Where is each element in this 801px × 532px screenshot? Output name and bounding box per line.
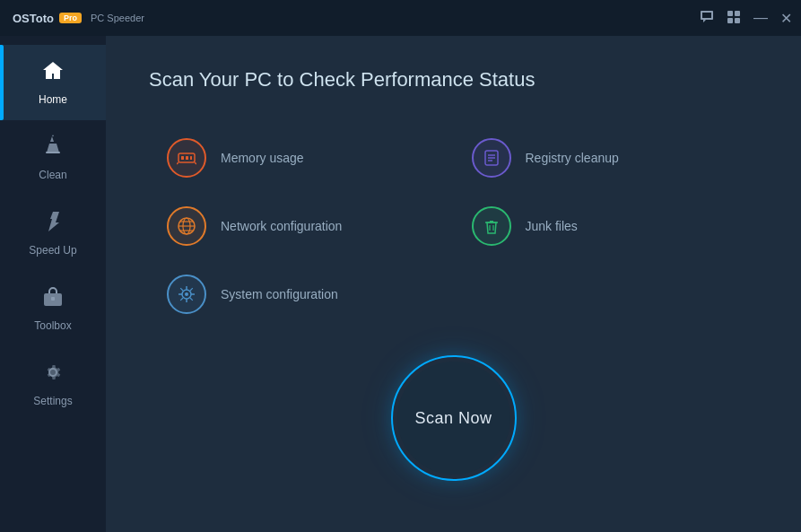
grid-icon[interactable] [727, 10, 741, 27]
feature-junk[interactable]: Junk files [454, 192, 759, 260]
svg-rect-2 [727, 18, 733, 23]
close-icon[interactable]: ✕ [780, 10, 792, 27]
svg-line-11 [177, 162, 178, 164]
registry-label: Registry cleanup [526, 151, 619, 165]
speedup-icon [41, 210, 65, 239]
scan-button-label: Scan Now [397, 362, 510, 475]
pro-badge: Pro [59, 13, 82, 23]
sidebar-clean-label: Clean [39, 169, 66, 181]
svg-line-32 [190, 298, 193, 301]
svg-line-33 [190, 288, 193, 291]
sidebar-speedup-label: Speed Up [29, 244, 76, 257]
svg-rect-3 [735, 18, 740, 23]
clean-icon [41, 135, 65, 163]
sidebar-item-settings[interactable]: Settings [0, 346, 106, 422]
junk-label: Junk files [526, 219, 578, 233]
window-controls: — ✕ [700, 10, 792, 27]
svg-rect-0 [727, 11, 733, 16]
system-label: System configuration [221, 287, 338, 301]
svg-line-34 [180, 298, 183, 301]
app-branding: OSToto Pro PC Speeder [13, 12, 144, 25]
memory-icon [167, 138, 206, 178]
scan-area: Scan Now [149, 355, 758, 481]
app-name: OSToto [13, 12, 54, 25]
svg-rect-1 [735, 11, 740, 16]
svg-rect-4 [46, 152, 60, 153]
sidebar-settings-label: Settings [33, 395, 72, 407]
svg-rect-9 [186, 156, 188, 160]
network-label: Network configuration [221, 219, 342, 233]
app-subtitle: PC Speeder [91, 13, 144, 23]
page-title: Scan Your PC to Check Performance Status [149, 68, 758, 92]
features-grid: Memory usage Registry cleanup [149, 124, 758, 328]
sidebar-item-home[interactable]: Home [0, 45, 106, 120]
settings-icon [41, 361, 65, 389]
content-area: Scan Your PC to Check Performance Status… [106, 36, 801, 532]
network-icon [167, 206, 206, 246]
main-layout: Home Clean Speed Up [0, 36, 801, 532]
chat-icon[interactable] [700, 10, 714, 27]
toolbox-icon [41, 285, 65, 314]
sidebar-item-clean[interactable]: Clean [0, 120, 106, 196]
feature-system[interactable]: System configuration [149, 260, 454, 328]
memory-label: Memory usage [221, 151, 304, 165]
sidebar-home-label: Home [39, 93, 67, 106]
scan-button[interactable]: Scan Now [391, 355, 517, 481]
feature-network[interactable]: Network configuration [149, 192, 454, 260]
system-icon [167, 275, 206, 314]
sidebar-item-speedup[interactable]: Speed Up [0, 196, 106, 271]
feature-registry[interactable]: Registry cleanup [454, 124, 759, 192]
minimize-icon[interactable]: — [753, 10, 768, 26]
svg-rect-6 [51, 297, 55, 301]
sidebar: Home Clean Speed Up [0, 36, 106, 532]
home-icon [41, 59, 65, 88]
svg-rect-10 [190, 156, 192, 160]
registry-icon [472, 138, 511, 178]
svg-rect-8 [181, 156, 184, 160]
svg-line-12 [195, 162, 196, 164]
titlebar: OSToto Pro PC Speeder — ✕ [0, 0, 801, 36]
sidebar-toolbox-label: Toolbox [34, 319, 71, 332]
svg-line-31 [180, 288, 183, 291]
sidebar-item-toolbox[interactable]: Toolbox [0, 271, 106, 346]
feature-memory[interactable]: Memory usage [149, 124, 454, 192]
junk-icon [472, 206, 511, 246]
svg-point-26 [185, 292, 188, 296]
